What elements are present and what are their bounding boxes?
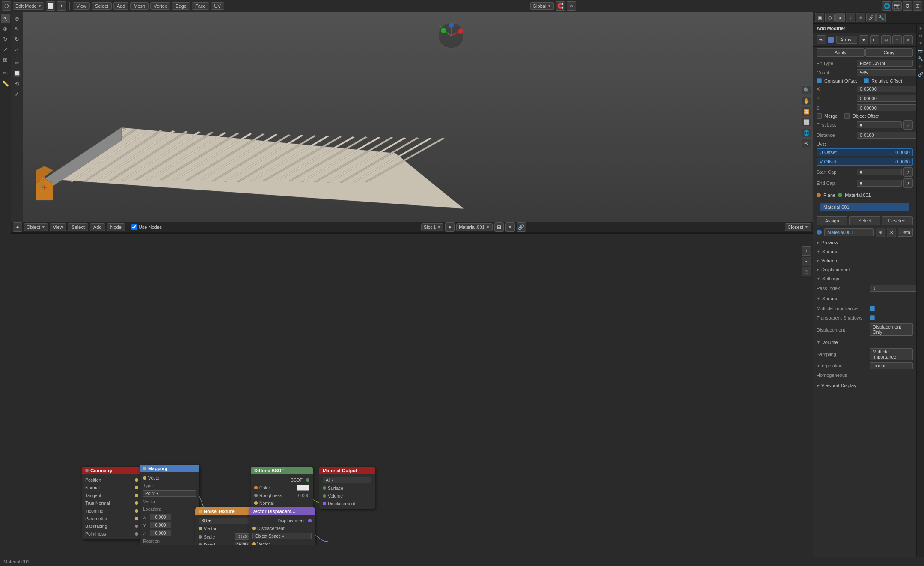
vp-overlay-3[interactable]: 🎦	[802, 107, 811, 116]
material-dropdown[interactable]: Material.001 ▼	[456, 223, 492, 231]
volume-header[interactable]: ▶ Volume	[813, 256, 916, 265]
vp-overlay-4[interactable]: ⬜	[802, 118, 811, 127]
settings-icon[interactable]: ⚙	[903, 1, 912, 11]
modifier-move-icon[interactable]: ≡	[892, 35, 902, 44]
modifier-expand-icon[interactable]: ▼	[859, 35, 868, 44]
distance-input[interactable]	[857, 132, 916, 139]
tool-transform[interactable]: ⊞	[1, 55, 10, 64]
map-loc-x-input[interactable]	[150, 514, 171, 520]
modifier-options-icon[interactable]: ⚙	[870, 35, 879, 44]
preview-header[interactable]: ▶ Preview	[813, 238, 916, 247]
origin-icon[interactable]: ✦	[57, 1, 66, 11]
tool-cursor[interactable]: ⊕	[1, 24, 10, 33]
surface-collapsible-header[interactable]: ▼ Surface	[813, 247, 916, 256]
node-add-btn[interactable]: Add	[90, 223, 105, 231]
modifier-name[interactable]: Array	[836, 36, 857, 44]
add-menu[interactable]: Add	[113, 2, 129, 10]
panel-physics-icon[interactable]: ⚛	[856, 13, 865, 22]
vp-tool-1[interactable]: ⊕	[12, 14, 22, 23]
slot-dropdown[interactable]: Slot 1 ▼	[421, 223, 443, 231]
merge-checkbox[interactable]	[817, 113, 822, 119]
displacement-header[interactable]: ▶ Displacement	[813, 265, 916, 274]
panel-mesh-icon[interactable]: ⬡	[825, 13, 835, 22]
proportional-icon[interactable]: ○	[567, 1, 576, 11]
map-loc-y-input[interactable]	[150, 522, 171, 528]
use-nodes-checkbox[interactable]	[131, 224, 137, 230]
mesh-menu[interactable]: Mesh	[130, 2, 149, 10]
node-zoom-in[interactable]: +	[802, 246, 811, 256]
panel-particle-icon[interactable]: ⁘	[846, 13, 855, 22]
map-loc-z-input[interactable]	[150, 530, 171, 536]
panel-constraint-icon[interactable]: 🔗	[866, 13, 876, 22]
tool-annotate[interactable]: ✏	[1, 68, 10, 78]
rel-offset-checkbox[interactable]	[864, 78, 869, 83]
rs-icon-3[interactable]: 👁	[917, 40, 924, 47]
end-cap-field[interactable]: ■	[857, 180, 902, 187]
modifier-visibility-icon[interactable]: 👁	[817, 35, 826, 44]
mode-selector[interactable]: Edit Mode ▼	[13, 2, 44, 10]
transform-dropdown[interactable]: Global ▼	[530, 2, 554, 10]
panel-mod-icon[interactable]: 🔧	[876, 13, 886, 22]
node-zoom-out[interactable]: -	[802, 257, 811, 266]
vp-overlay-1[interactable]: 🔍	[802, 86, 811, 95]
material-slot[interactable]: Material.001	[820, 203, 909, 211]
panel-obj-icon[interactable]: ▣	[815, 13, 824, 22]
vertex-menu[interactable]: Vertex	[150, 2, 170, 10]
viewport-display-header[interactable]: ▶ Viewport Display	[813, 381, 916, 390]
vp-overlay-5[interactable]: 🌐	[802, 128, 811, 138]
modifier-delete-icon[interactable]: ✕	[903, 35, 913, 44]
tool-measure[interactable]: 📏	[1, 79, 10, 88]
panel-mat-icon[interactable]: ●	[835, 13, 845, 22]
trans-shadows-checkbox[interactable]	[870, 315, 875, 320]
rs-icon-5[interactable]: 🔧	[917, 55, 924, 62]
vp-tool-6[interactable]: 🔲	[12, 68, 22, 78]
const-offset-checkbox[interactable]	[817, 78, 822, 83]
pass-index-input[interactable]	[870, 285, 916, 292]
start-cap-link[interactable]: ↗	[903, 167, 913, 177]
closest-dropdown[interactable]: Closest ▼	[785, 223, 811, 231]
rs-icon-7[interactable]: 🔗	[917, 71, 924, 77]
start-cap-field[interactable]: ■	[857, 169, 902, 175]
vecdisp-space-dropdown[interactable]: Object Space ▾	[252, 533, 312, 539]
snap-icon[interactable]: 🧲	[556, 1, 565, 11]
noise-dim-dropdown[interactable]: 3D ▾	[199, 518, 252, 524]
node-copy-icon[interactable]: ⊞	[494, 222, 504, 232]
edge-menu[interactable]: Edge	[172, 2, 190, 10]
tool-move[interactable]: ↖	[1, 14, 10, 23]
tool-rotate[interactable]: ↻	[1, 34, 10, 44]
rs-icon-2[interactable]: ⊕	[917, 32, 924, 39]
vp-tool-2[interactable]: ↖	[12, 24, 22, 33]
end-cap-link[interactable]: ↗	[903, 178, 913, 188]
displacement-dropdown[interactable]: Displacement Only	[870, 323, 913, 336]
uv-menu[interactable]: UV	[211, 2, 224, 10]
tool-scale[interactable]: ⤢	[1, 44, 10, 54]
blender-logo[interactable]: ⬡	[2, 1, 11, 11]
count-input[interactable]	[857, 69, 916, 76]
copy-button[interactable]: Copy	[865, 48, 913, 57]
apply-button[interactable]: Apply	[817, 48, 865, 57]
vp-overlay-2[interactable]: ✋	[802, 96, 811, 106]
v-offset-field[interactable]: V Offset 0.0000	[817, 158, 913, 166]
modifier-duplicate-icon[interactable]: ⊞	[881, 35, 891, 44]
scene-icon[interactable]: 🌐	[882, 1, 891, 11]
select-button[interactable]: Select	[849, 216, 880, 225]
deselect-button[interactable]: Deselect	[882, 216, 913, 225]
first-cap-field[interactable]: ■	[857, 121, 902, 128]
node-fit-view[interactable]: ⊡	[802, 267, 811, 276]
vp-overlay-6[interactable]: 👁	[802, 139, 811, 148]
select-menu[interactable]: Select	[92, 2, 112, 10]
fit-type-dropdown[interactable]: Fixed Count	[857, 60, 913, 67]
vp-tool-8[interactable]: ⤢	[12, 89, 22, 98]
object-type-icon[interactable]: ⬜	[46, 1, 55, 11]
node-select-btn[interactable]: Select	[68, 223, 88, 231]
viewport-main[interactable]: User Perspective (1) Plane Rendering Don…	[23, 12, 813, 222]
rs-icon-6[interactable]: ⚛	[917, 63, 924, 70]
node-type-icon[interactable]: ●	[13, 222, 22, 232]
rs-icon-1[interactable]: ◈	[917, 24, 924, 31]
mult-imp-checkbox[interactable]	[870, 306, 875, 311]
node-view-btn[interactable]: View	[50, 223, 67, 231]
matout-all-dropdown[interactable]: All ▾	[323, 477, 371, 483]
u-offset-field[interactable]: U Offset 0.0000	[817, 148, 913, 156]
node-object-dropdown[interactable]: Object ▼	[24, 223, 48, 231]
interpolation-dropdown[interactable]: Linear	[870, 362, 913, 369]
